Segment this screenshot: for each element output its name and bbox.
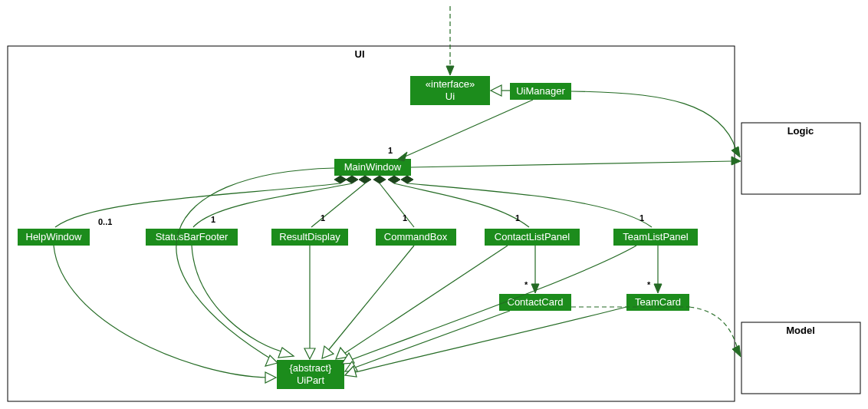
edge-help-inherit [54,246,268,378]
svg-text:UiPart: UiPart [297,374,325,386]
svg-text:UiManager: UiManager [516,85,565,97]
svg-marker-39 [304,348,315,359]
package-logic-label: Logic [787,125,814,137]
mult-teamlistpanel: 1 [639,213,644,223]
package-model-label: Model [786,325,815,336]
uml-class-diagram: UI Logic Model «interface» Ui UiManager … [0,0,868,409]
node-commandbox: CommandBox [376,229,456,246]
edge-mw-inherit-uipart [176,168,334,363]
svg-marker-29 [346,176,358,183]
svg-text:ResultDisplay: ResultDisplay [279,231,340,242]
arrowhead-external-to-ui [446,66,454,75]
svg-text:TeamCard: TeamCard [635,296,681,308]
arrowhead-uimanager-realizes-ui [491,85,501,96]
edge-mw-commandbox [380,183,414,227]
svg-marker-31 [373,176,386,183]
edge-mw-teamlistpanel [407,183,652,227]
node-mainwindow: MainWindow [334,159,411,176]
svg-marker-28 [732,157,741,165]
node-contactcard: ContactCard [499,294,571,311]
edge-cc-inherit [353,311,510,368]
svg-marker-40 [322,346,334,358]
edge-tlp-inherit [349,246,636,361]
edge-mw-contactlistpanel [394,183,529,227]
mult-statusbarfooter: 1 [211,215,215,224]
edge-mainwindow-to-logic [411,161,733,167]
edge-teamcard-to-model [689,307,738,349]
package-ui [8,46,735,401]
svg-text:HelpWindow: HelpWindow [26,231,83,242]
svg-marker-32 [388,176,400,183]
mult-helpwindow: 0..1 [98,217,112,226]
node-uimanager: UiManager [510,83,571,100]
svg-marker-38 [278,348,294,358]
package-ui-label: UI [355,48,365,60]
edge-uimanager-to-mainwindow [403,100,533,157]
svg-marker-35 [654,284,662,293]
svg-marker-33 [401,176,413,183]
svg-marker-27 [732,147,740,157]
node-ui-interface: «interface» Ui [410,76,490,105]
diamond-mw-help [334,176,347,183]
mult-teamcard: * [647,280,651,289]
svg-text:ContactListPanel: ContactListPanel [495,231,570,242]
svg-text:TeamListPanel: TeamListPanel [623,231,688,242]
edge-uimanager-to-logic [571,91,736,150]
edge-clp-inherit [343,246,508,355]
mult-commandbox: 1 [403,213,407,223]
node-teamcard: TeamCard [626,294,689,311]
svg-text:MainWindow: MainWindow [344,161,402,173]
mult-contactcard: * [524,280,528,289]
node-teamlistpanel: TeamListPanel [613,229,698,246]
mult-resultdisplay: 1 [321,213,325,223]
edge-tc-inherit [353,307,626,373]
node-uipart: {abstract} UiPart [277,360,344,389]
edge-sbf-inherit [192,246,288,353]
svg-marker-37 [265,372,276,383]
mult-contactlistpanel: 1 [515,213,520,223]
svg-text:CommandBox: CommandBox [384,231,448,242]
node-helpwindow: HelpWindow [18,229,90,246]
svg-text:{abstract}: {abstract} [290,362,333,374]
svg-text:StatusBarFooter: StatusBarFooter [156,231,229,242]
svg-text:Ui: Ui [446,91,455,102]
svg-text:«interface»: «interface» [426,78,475,90]
node-statusbarfooter: StatusBarFooter [146,229,238,246]
node-resultdisplay: ResultDisplay [271,229,348,246]
svg-marker-30 [359,176,371,183]
edge-mw-resultdisplay [311,183,365,227]
svg-marker-45 [732,345,741,357]
mult-mainwindow: 1 [388,146,393,155]
node-contactlistpanel: ContactListPanel [485,229,580,246]
